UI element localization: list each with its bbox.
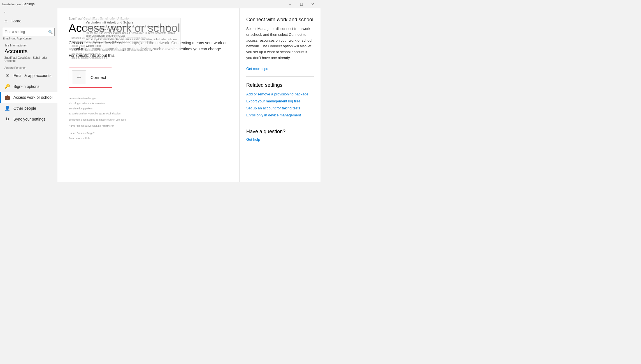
sidebar-item-signin[interactable]: 🔑 Sign-in options [0, 81, 57, 92]
accounts-label: Ihre Informationen [0, 42, 57, 48]
connect-button[interactable]: + Connect [69, 67, 112, 88]
sidebar-item-signin-label: Sign-in options [13, 84, 40, 89]
home-icon: ⌂ [4, 18, 8, 24]
get-more-tips-link[interactable]: Get more tips [246, 67, 314, 71]
german-rel6: Nur für die Geräteverwaltung registriere… [69, 123, 228, 128]
sidebar-item-home[interactable]: ⌂ Home [0, 16, 57, 26]
search-box-wrap: 🔍 Email- und App-Konten [0, 26, 57, 42]
sidebar-item-sync-label: Sync your settings [13, 117, 45, 121]
search-box: 🔍 [3, 28, 55, 36]
signin-icon: 🔑 [4, 84, 10, 89]
german-rel3: Bereitstellungspakets [69, 106, 228, 111]
close-button[interactable]: ✕ [307, 0, 318, 8]
sidebar: ← ⌂ Home 🔍 Email- und App-Konten Ihre In… [0, 8, 57, 182]
export-log-link[interactable]: Export your management log files [246, 99, 314, 103]
connect-plus-icon: + [72, 70, 86, 84]
german-rel8: Anfordern von Hilfe [69, 136, 228, 141]
sidebar-item-access-work[interactable]: 💼 Access work or school [0, 92, 57, 103]
maximize-button[interactable]: □ [296, 0, 307, 8]
search-input[interactable] [5, 30, 47, 34]
minimize-button[interactable]: − [285, 0, 296, 8]
rp-connect-description: Select Manage or disconnect from work or… [246, 26, 314, 61]
sidebar-item-other-people[interactable]: 👤 Other people [0, 103, 57, 114]
enroll-device-link[interactable]: Enroll only in device management [246, 113, 314, 117]
sidebar-item-email[interactable]: ✉ Email & app accounts [0, 70, 57, 81]
german-line1: Erhalten Sie Zugriff auf Ressourcen wie … [71, 36, 155, 40]
accounts-title: Accounts [0, 48, 57, 56]
window-title: Settings [22, 2, 285, 6]
sidebar-item-email-label: Email & app accounts [13, 73, 51, 78]
search-sublabel: Email- und App-Konten [3, 36, 55, 40]
app-label: Einstellungen [2, 3, 21, 6]
rp-divider-2 [246, 123, 314, 123]
sidebar-item-access-work-label: Access work or school [13, 95, 52, 100]
email-icon: ✉ [4, 73, 10, 78]
back-button[interactable]: ← [0, 8, 57, 16]
sidebar-item-sync[interactable]: ↻ Sync your settings [0, 114, 57, 125]
right-panel: Connect with work and school Select Mana… [239, 8, 320, 182]
breadcrumb: Zugriff auf Geschäfts-, Schul- oder Unik… [69, 17, 228, 20]
titlebar: Einstellungen Settings − □ ✕ [0, 0, 320, 8]
german-rel5: Einrichten eines Kontos zum Durchführen … [69, 117, 228, 122]
back-icon: ← [3, 10, 7, 14]
main-content: Zugriff auf Geschäfts-, Schul- oder Unik… [57, 8, 239, 182]
accounts-sub: Zugriff auf Geschäfts-, Schul- oder Unik… [0, 56, 57, 65]
page-description: Get access to resources like email, apps… [69, 40, 228, 58]
german-rel1: Verwandte Einstellungen [69, 96, 228, 101]
nav-sublabel: Andere Personen [0, 65, 57, 70]
briefcase-icon: 💼 [4, 95, 10, 100]
german-rel7: Haben Sie eine Frage? [69, 131, 228, 136]
page-title: Access work or school [69, 22, 228, 34]
sidebar-item-other-people-label: Other people [13, 106, 36, 111]
get-help-link[interactable]: Get help [246, 137, 314, 142]
rp-question-title: Have a question? [246, 129, 314, 135]
person-icon: 👤 [4, 105, 10, 111]
connect-label: Connect [90, 75, 106, 80]
app-body: ← ⌂ Home 🔍 Email- und App-Konten Ihre In… [0, 8, 320, 182]
account-tests-link[interactable]: Set up an account for taking tests [246, 106, 314, 110]
german-related-overlay: Verwandte Einstellungen Hinzufügen oder … [69, 96, 228, 141]
german-rel4: Exportieren Ihrer Verwaltungsprotokoll-d… [69, 111, 228, 116]
search-icon: 🔍 [48, 30, 53, 34]
provisioning-link[interactable]: Add or remove a provisioning package [246, 92, 314, 96]
home-label: Home [10, 18, 22, 23]
sync-icon: ↻ [4, 116, 10, 122]
rp-divider-1 [246, 76, 314, 77]
window-controls: − □ ✕ [285, 0, 318, 8]
german-rel2: Hinzufügen oder Entfernen eines [69, 101, 228, 106]
rp-connect-title: Connect with work and school [246, 17, 314, 23]
rp-related-title: Related settings [246, 82, 314, 88]
